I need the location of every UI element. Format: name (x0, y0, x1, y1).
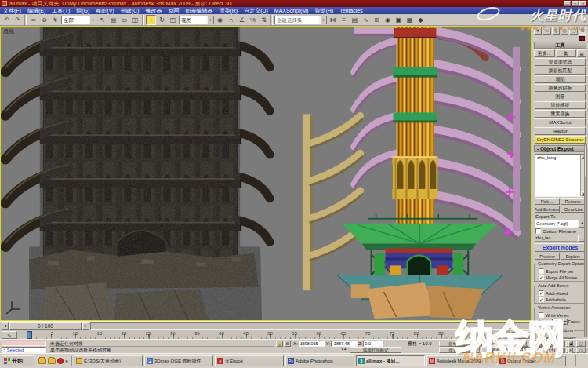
rendered-frame-window-icon[interactable]: ▦ (405, 15, 415, 25)
quick-render-icon[interactable]: ◆ (416, 15, 426, 25)
auto-key-button[interactable]: 自动关键点 (439, 341, 480, 347)
mini-curve-editor-button[interactable]: ∿ (2, 331, 17, 339)
menu-item[interactable]: 动画 (165, 7, 182, 14)
custom-filename-checkbox[interactable]: Custom Filename (535, 228, 588, 234)
go-to-start-icon[interactable]: « (522, 341, 528, 347)
utility-button[interactable]: CryENGINE2 Exporter (535, 136, 586, 144)
spinner-snap-icon[interactable]: ⇅ (259, 15, 269, 25)
merge-all-nodes-checkbox[interactable]: ✓Merge All Nodes (539, 275, 585, 280)
select-by-name-icon[interactable]: ▤ (108, 15, 118, 25)
panel-scrollbar[interactable] (584, 144, 587, 337)
track-bar-frame-handle[interactable] (27, 331, 32, 339)
select-and-scale-icon[interactable]: ◰ (168, 15, 178, 25)
unlink-selection-icon[interactable]: ⊘ (39, 15, 49, 25)
zoom-extents-icon[interactable]: ▣ (566, 341, 575, 347)
maxscript-macro-recorder[interactable] (2, 341, 46, 346)
configure-button-sets-icon[interactable]: ⊞ (577, 49, 586, 57)
window-crossing-icon[interactable]: ◫ (130, 15, 140, 25)
utility-button[interactable]: MAXScript (535, 118, 586, 126)
percent-snap-icon[interactable]: % (248, 15, 258, 25)
pick-button[interactable]: Pick ... (535, 198, 560, 205)
select-and-rotate-icon[interactable]: ↻ (157, 15, 167, 25)
display-tab-icon[interactable]: ▢ (569, 27, 577, 35)
folder-shortcut-icon[interactable] (38, 358, 46, 364)
clear-list-button[interactable]: Clear List (561, 206, 586, 213)
time-slider-track[interactable] (90, 322, 530, 330)
export-file-per-checkbox[interactable]: Export File per (539, 268, 585, 274)
track-bar-end-button[interactable]: ⊞ (517, 331, 530, 339)
taskbar-task[interactable]: O Output Trader (497, 355, 566, 366)
add-related-checkbox[interactable]: ✓Add related (539, 290, 585, 296)
field-of-view-icon[interactable]: ▽ (546, 348, 555, 354)
snap-toggle-3d-icon[interactable]: ∩ (226, 15, 236, 25)
key-mode-dropdown[interactable]: 选定对象▼ (481, 341, 521, 347)
taskbar-task[interactable]: Ps Adobe Photoshop (285, 355, 354, 366)
pan-view-icon[interactable]: ⇔ (556, 348, 565, 354)
menu-item[interactable]: 组(G) (73, 7, 93, 14)
add-selected-button[interactable]: Add Selected (535, 206, 560, 213)
maximize-button[interactable]: □ (572, 1, 579, 6)
minimize-button[interactable]: — (564, 1, 571, 6)
viewport-label[interactable]: 透视 (3, 27, 14, 35)
export-node-list[interactable]: zhu_lang ▲▼ (535, 154, 586, 197)
taskbar-task[interactable]: E:\3DS(大量动画) (74, 355, 143, 366)
angle-snap-icon[interactable]: ∠ (237, 15, 247, 25)
reference-coordinate-dropdown[interactable]: 视图▼ (179, 16, 214, 24)
previous-frame-icon[interactable]: ◀ (529, 341, 535, 347)
menu-item[interactable]: 图表编辑器 (182, 7, 216, 14)
schematic-view-icon[interactable]: ⊞ (372, 15, 382, 25)
taskbar-task[interactable]: ◪ 3Dmax OGE 教程插件 (144, 355, 213, 366)
zoom-icon[interactable]: ⊕ (546, 341, 555, 347)
export-format-dropdown[interactable]: Geometry (*.cgf)▼ (535, 220, 586, 228)
taskbar-task[interactable]: 3 all.max - 项目... (356, 355, 425, 366)
rectangular-selection-region-icon[interactable]: ▭ (119, 15, 129, 25)
menu-item[interactable]: 修改器 (142, 7, 165, 14)
hierarchy-tab-icon[interactable]: Y (552, 27, 560, 35)
create-tab-icon[interactable]: ∗ (534, 27, 542, 35)
curve-editor-icon[interactable]: ∿ (361, 15, 371, 25)
remove-button[interactable]: Remove (561, 198, 586, 205)
media-player-shortcut-icon[interactable] (57, 358, 64, 364)
utility-button[interactable]: 颜色剪贴板 (535, 84, 586, 92)
redo-icon[interactable]: ↷ (13, 15, 23, 25)
filename-field[interactable]: zhu_lan (535, 235, 577, 242)
play-animation-icon[interactable]: ▶ (536, 341, 543, 347)
zoom-all-icon[interactable]: ⊞ (556, 341, 565, 347)
motion-tab-icon[interactable]: ◎ (561, 27, 568, 35)
set-key-button[interactable]: 设置关键点 (439, 347, 480, 353)
utility-button[interactable]: 塌陷 (535, 75, 586, 83)
undo-icon[interactable]: ↶ (2, 15, 12, 25)
quick-launch-overflow[interactable]: » (65, 359, 68, 364)
current-frame-field[interactable]: 0 (522, 347, 543, 353)
taskbar-task[interactable]: e 火Ebook (215, 355, 284, 366)
menu-item[interactable]: 渲染(R) (216, 7, 241, 14)
material-editor-icon[interactable]: ◉ (383, 15, 393, 25)
preview-button[interactable]: Preview (535, 253, 560, 260)
bind-to-space-warp-icon[interactable]: ↯ (50, 15, 60, 25)
write-vertex-checkbox[interactable]: Write Vertex (539, 312, 585, 318)
utility-button[interactable]: 运动捕捉 (535, 101, 586, 109)
menu-item[interactable]: 自定义(U) (241, 7, 271, 14)
maxscript-mini-listener[interactable]: > Selected (2, 347, 46, 353)
align-icon[interactable]: ≡ (339, 15, 349, 25)
select-and-link-icon[interactable]: ∞ (28, 15, 38, 25)
menu-item[interactable]: Tentacles (336, 7, 366, 14)
start-button[interactable]: 开始 (2, 355, 34, 366)
selection-filter-dropdown[interactable]: 全部▼ (61, 16, 96, 24)
arc-rotate-icon[interactable]: ↻ (566, 348, 575, 354)
every-frame-field[interactable]: 1 (552, 319, 562, 325)
x-coordinate-field[interactable]: 3398.065 (299, 341, 325, 347)
sets-button[interactable]: 集 (556, 49, 577, 57)
folder-shortcut-icon[interactable] (48, 358, 56, 364)
viewport-canvas[interactable] (1, 27, 531, 320)
menu-item[interactable]: 编辑(E) (24, 7, 49, 14)
utility-button[interactable]: 重置变换 (535, 110, 586, 118)
perspective-viewport[interactable]: 透视 (0, 26, 532, 321)
menu-item[interactable]: 帮助(H) (311, 7, 336, 14)
zoom-extents-all-icon[interactable]: ◱ (576, 341, 586, 347)
taskbar-task[interactable]: M Autodesk Maya 2009 (426, 355, 495, 366)
menu-item[interactable]: 文件(F) (0, 7, 24, 14)
next-frame-arrow[interactable]: ► (82, 322, 89, 330)
use-pivot-point-center-icon[interactable]: ◉ (215, 15, 225, 25)
export-nodes-button[interactable]: Export Nodes (535, 243, 586, 252)
